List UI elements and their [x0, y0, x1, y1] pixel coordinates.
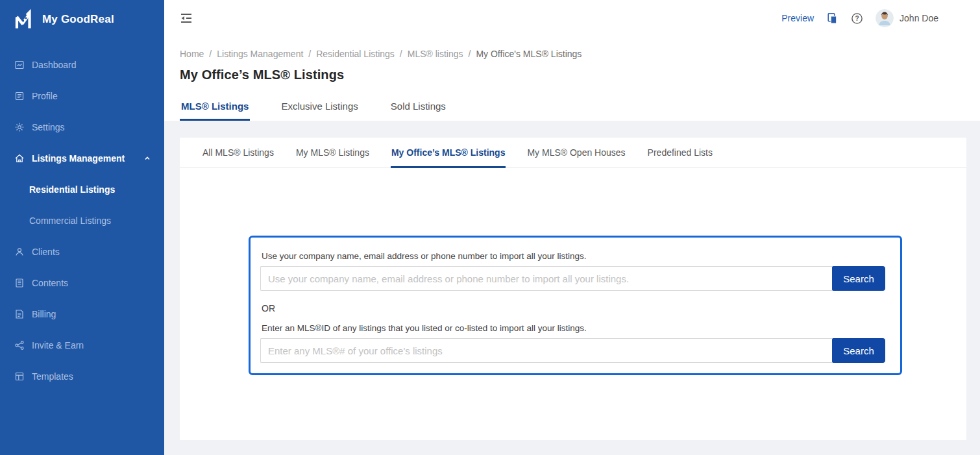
- subtab-all-mls-listings[interactable]: All MLS® Listings: [202, 138, 275, 168]
- breadcrumb-listings-management[interactable]: Listings Management: [217, 49, 303, 59]
- tab-sold-listings[interactable]: Sold Listings: [389, 101, 447, 121]
- sidebar-item-label: Billing: [32, 309, 56, 319]
- company-search-group: Search: [260, 266, 885, 291]
- sidebar-item-billing[interactable]: Billing: [0, 299, 164, 330]
- mls-id-search-group: Search: [260, 338, 885, 363]
- user-avatar: [876, 9, 894, 27]
- topbar-actions: Preview ?: [781, 9, 938, 27]
- sidebar-item-label: Templates: [32, 371, 73, 382]
- import-listings-panel: Use your company name, email address or …: [249, 236, 902, 375]
- mls-id-search-button[interactable]: Search: [832, 338, 885, 363]
- tab-mls-listings[interactable]: MLS® Listings: [180, 101, 250, 121]
- page-header: Home / Listings Management / Residential…: [164, 36, 980, 121]
- sidebar-item-label: Profile: [32, 91, 58, 101]
- subtab-my-mls-listings[interactable]: My MLS® Listings: [295, 138, 370, 168]
- sidebar-item-settings[interactable]: Settings: [0, 112, 164, 143]
- breadcrumb-separator: /: [469, 49, 471, 59]
- company-search-label: Use your company name, email address or …: [262, 251, 885, 261]
- sidebar-item-label: Commercial Listings: [29, 215, 111, 226]
- templates-icon: [14, 371, 25, 382]
- breadcrumb-separator: /: [400, 49, 402, 59]
- share-icon: [14, 340, 25, 350]
- tab-exclusive-listings[interactable]: Exclusive Listings: [280, 101, 359, 121]
- subtab-predefined-lists[interactable]: Predefined Lists: [647, 138, 713, 168]
- dashboard-icon: [14, 60, 25, 70]
- app-logo[interactable]: My GoodReal: [0, 0, 164, 39]
- company-search-button[interactable]: Search: [832, 266, 885, 291]
- breadcrumb: Home / Listings Management / Residential…: [180, 49, 964, 59]
- user-name: John Doe: [900, 13, 938, 23]
- sidebar-item-label: Contents: [32, 278, 68, 288]
- breadcrumb-residential-listings[interactable]: Residential Listings: [316, 49, 395, 59]
- svg-text:?: ?: [855, 15, 859, 22]
- help-circle-icon[interactable]: ?: [851, 12, 863, 25]
- mls-id-search-label: Enter an MLS®ID of any listings that you…: [262, 323, 885, 333]
- breadcrumb-separator: /: [308, 49, 311, 59]
- goodreal-m-icon: [13, 8, 35, 31]
- copy-icon[interactable]: [826, 12, 839, 25]
- profile-icon: [14, 91, 25, 101]
- breadcrumb-mls-listings[interactable]: MLS® listings: [408, 49, 463, 59]
- sidebar-item-invite-earn[interactable]: Invite & Earn: [0, 330, 164, 361]
- settings-icon: [14, 122, 25, 132]
- mls-id-search-input[interactable]: [260, 338, 832, 363]
- menu-fold-icon[interactable]: [180, 11, 193, 25]
- billing-icon: [14, 309, 25, 319]
- sidebar-item-residential-listings[interactable]: Residential Listings: [0, 174, 164, 205]
- sidebar-menu: Dashboard Profile Settings: [0, 49, 164, 392]
- breadcrumb-home[interactable]: Home: [180, 49, 204, 59]
- subtab-my-office-mls-listings[interactable]: My Office’s MLS® Listings: [391, 138, 506, 168]
- sub-tabs: All MLS® Listings My MLS® Listings My Of…: [180, 138, 966, 168]
- sidebar-item-profile[interactable]: Profile: [0, 80, 164, 112]
- breadcrumb-separator: /: [209, 49, 212, 59]
- sidebar-item-label: Settings: [32, 122, 65, 132]
- app-name: My GoodReal: [42, 13, 114, 26]
- chevron-up-icon: [143, 154, 151, 162]
- contents-icon: [14, 278, 25, 288]
- sidebar-item-listings-management[interactable]: Listings Management: [0, 143, 164, 174]
- clients-icon: [14, 247, 25, 257]
- home-icon: [14, 153, 25, 164]
- main-area: Preview ?: [164, 0, 980, 455]
- sidebar-item-label: Clients: [32, 247, 60, 257]
- sidebar-item-clients[interactable]: Clients: [0, 236, 164, 267]
- sidebar-item-label: Residential Listings: [29, 184, 115, 195]
- sidebar-item-commercial-listings[interactable]: Commercial Listings: [0, 205, 164, 236]
- subtab-my-mls-open-houses[interactable]: My MLS® Open Houses: [526, 138, 626, 168]
- listings-card: All MLS® Listings My MLS® Listings My Of…: [180, 138, 966, 440]
- user-menu[interactable]: John Doe: [876, 9, 938, 27]
- sidebar-item-contents[interactable]: Contents: [0, 267, 164, 299]
- breadcrumb-current: My Office's MLS® Listings: [476, 49, 582, 59]
- sidebar-item-label: Invite & Earn: [32, 340, 84, 350]
- sidebar-item-label: Dashboard: [32, 60, 77, 70]
- preview-link[interactable]: Preview: [781, 13, 814, 23]
- sidebar-item-templates[interactable]: Templates: [0, 361, 164, 392]
- page-title: My Office’s MLS® Listings: [180, 68, 964, 82]
- or-label: OR: [262, 303, 885, 314]
- company-search-input[interactable]: [260, 266, 832, 291]
- topbar: Preview ?: [164, 0, 980, 36]
- sidebar-item-label: Listings Management: [32, 153, 125, 164]
- content-area: All MLS® Listings My MLS® Listings My Of…: [164, 121, 980, 455]
- main-tabs: MLS® Listings Exclusive Listings Sold Li…: [180, 101, 964, 121]
- sidebar-item-dashboard[interactable]: Dashboard: [0, 49, 164, 80]
- sidebar: My GoodReal Dashboard Profile: [0, 0, 164, 455]
